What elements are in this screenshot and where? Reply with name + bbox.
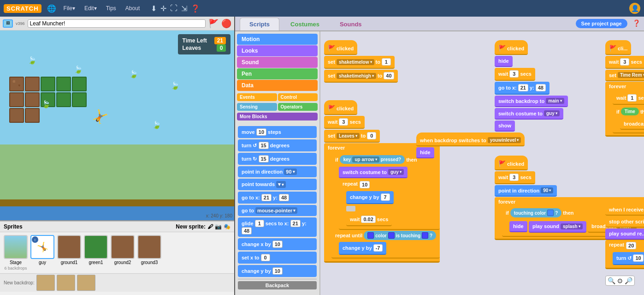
block-change-y-7[interactable]: change y by 7 <box>346 191 394 204</box>
tab-sounds[interactable]: Sounds <box>331 18 371 30</box>
block-change-y-neg7[interactable]: change y by -7 <box>339 242 386 255</box>
sprite-item-ground2[interactable]: ground2 <box>111 235 135 271</box>
green-flag-button[interactable]: 🚩 <box>208 18 219 29</box>
sprite-item-ground1[interactable]: ground1 <box>57 235 81 271</box>
block-when-receive[interactable]: when I receive ▾ <box>605 202 644 216</box>
block-move[interactable]: move 10 steps <box>238 126 317 138</box>
block-point-towards[interactable]: point towards ▾ <box>238 179 317 190</box>
cat-sensing[interactable]: Sensing <box>237 103 277 111</box>
globe-icon[interactable]: 🌐 <box>47 4 56 13</box>
block-wait-3[interactable]: wait 3 secs <box>324 116 365 129</box>
block-when-flag-2[interactable]: 🚩 clicked <box>324 100 357 115</box>
block-wait-0-02[interactable]: wait 0.02 secs <box>346 213 392 226</box>
block-goto-xy[interactable]: go to x: 21 y: 48 <box>238 192 317 204</box>
download-icon[interactable]: ⬇ <box>151 4 157 13</box>
sprite-thumb-stage[interactable] <box>4 235 28 259</box>
block-switch-costume-guy-init[interactable]: switch costume to guy <box>495 108 563 120</box>
menu-file[interactable]: File▾ <box>62 4 77 12</box>
block-goto-xy-init[interactable]: go to x: 21 y: 48 <box>495 82 549 95</box>
block-set-x[interactable]: set x to 0 <box>238 252 317 264</box>
paint-icon[interactable]: 🖌 <box>207 223 213 230</box>
block-turn-left[interactable]: turn ↺ 15 degrees <box>238 139 317 151</box>
backpack-label[interactable]: Backpack <box>238 281 317 289</box>
menu-edit[interactable]: Edit▾ <box>83 4 99 12</box>
block-wait-1[interactable]: wait 1 secs <box>613 92 644 105</box>
sprite-thumb-green1[interactable] <box>84 235 108 259</box>
backdrop-thumb-1[interactable] <box>36 275 55 291</box>
block-repeat-20[interactable]: repeat 20 turn ↺ 10 <box>605 240 644 269</box>
block-wait-3-touch[interactable]: wait 3 secs <box>495 171 535 184</box>
fullscreen-icon[interactable]: ⛶ <box>170 4 177 13</box>
cat-sound[interactable]: Sound <box>237 57 318 68</box>
cat-data[interactable]: Data <box>237 80 318 91</box>
menu-tips[interactable]: Tips <box>104 4 118 12</box>
sprite-thumb-ground3[interactable] <box>137 235 161 259</box>
crosshair-icon[interactable]: ✛ <box>160 4 166 13</box>
block-set-time-rem[interactable]: set Time Rem <box>605 70 644 81</box>
block-glide[interactable]: glide 1 secs to x: 21 y: 48 <box>238 217 317 237</box>
backdrop-thumb-3[interactable] <box>77 275 95 291</box>
block-switch-costume-guy[interactable]: switch costume to guy <box>339 167 408 178</box>
block-when-flag-5[interactable]: 🚩 cli... <box>605 40 631 55</box>
cat-pen[interactable]: Pen <box>237 68 318 79</box>
sprite-thumb-guy[interactable]: 🤸 i <box>30 235 54 259</box>
block-forever-timer[interactable]: forever wait 1 secs change Time if Time … <box>605 82 644 137</box>
menu-about[interactable]: About <box>124 4 142 12</box>
backdrop-thumb-2[interactable] <box>57 275 75 291</box>
block-point-dir-90[interactable]: point in direction 90 <box>495 185 557 197</box>
block-if-key[interactable]: if key up arrow pressed? then switch cos… <box>331 153 440 259</box>
block-play-splash[interactable]: play sound splash <box>529 221 586 233</box>
block-hide-init[interactable]: hide <box>495 56 513 67</box>
help-icon[interactable]: ❓ <box>191 4 200 13</box>
resize-icon[interactable]: ⇲ <box>181 4 187 13</box>
sprite-thumb-ground1[interactable] <box>57 235 81 259</box>
folder-icon[interactable]: 🎭 <box>224 223 230 230</box>
zoom-out-icon[interactable]: 🔎 <box>625 277 632 284</box>
zoom-reset-icon[interactable]: ⊙ <box>617 277 623 284</box>
sprite-item-green1[interactable]: green1 <box>84 235 108 271</box>
account-area[interactable]: 👤 <box>629 3 640 14</box>
block-point-direction[interactable]: point in direction 90 <box>238 166 317 177</box>
sprite-thumb-ground2[interactable] <box>111 235 135 259</box>
block-when-flag-1[interactable]: 🚩 clicked <box>324 40 357 55</box>
block-when-backdrop[interactable]: when backdrop switches to youwinlevel <box>416 132 525 146</box>
cat-control[interactable]: Control <box>278 93 318 101</box>
sprite-item-stage[interactable]: Stage 6 backdrops <box>4 235 28 271</box>
cat-operators[interactable]: Operators <box>278 103 318 111</box>
help-question-icon[interactable]: ❓ <box>632 19 640 27</box>
cat-more-blocks[interactable]: More Blocks <box>237 113 318 120</box>
scripts-area[interactable]: 🚩 clicked set shaketimelow to 1 set shak… <box>320 31 644 295</box>
camera-icon[interactable]: 📷 <box>215 223 222 230</box>
block-turn-right[interactable]: turn ↻ 15 degrees <box>238 153 317 165</box>
block-when-flag-4[interactable]: 🚩 clicked <box>495 156 528 170</box>
sprite-item-ground3[interactable]: ground3 <box>137 235 161 271</box>
sprite-item-guy[interactable]: 🤸 i guy <box>30 235 54 271</box>
block-wait-3-init[interactable]: wait 3 secs <box>495 68 535 81</box>
cat-motion[interactable]: Motion <box>237 34 318 45</box>
block-change-x[interactable]: change x by 10 <box>238 238 317 250</box>
block-set-shaketimehigh[interactable]: set shaketimehigh to 40 <box>324 70 398 83</box>
block-forever-leaves[interactable]: forever if key up arrow pressed? then <box>324 143 440 263</box>
project-name-input[interactable] <box>28 19 206 28</box>
tab-costumes[interactable]: Costumes <box>281 18 329 30</box>
block-hide-youwin[interactable]: hide <box>416 147 434 158</box>
zoom-in-icon[interactable]: 🔍 <box>608 277 615 284</box>
block-set-leaves[interactable]: set Leaves to 0 <box>324 130 380 143</box>
see-project-page-button[interactable]: See project page <box>576 19 627 28</box>
block-set-shaketimelow[interactable]: set shaketimelow to 1 <box>324 56 395 69</box>
tab-scripts[interactable]: Scripts <box>240 18 279 30</box>
block-show-init[interactable]: show <box>495 120 515 132</box>
block-switch-backdrop-main[interactable]: switch backdrop to main <box>495 96 568 107</box>
block-if-time[interactable]: if Time then broadcast hide switch ba...… <box>613 106 644 133</box>
block-change-y[interactable]: change y by 10 <box>238 265 317 277</box>
block-play-sound-re[interactable]: play sound re... <box>605 229 644 240</box>
block-repeat-10[interactable]: repeat 10 change y by 7 wait 0.02 secs <box>339 179 440 230</box>
cat-looks[interactable]: Looks <box>237 45 318 56</box>
cat-events[interactable]: Events <box>237 93 277 101</box>
block-stop-other[interactable]: stop other scri... <box>605 217 644 228</box>
block-broadcast-time[interactable]: broadcast <box>620 119 644 130</box>
block-turn-10[interactable]: turn ↺ 10 <box>613 252 644 265</box>
block-hide-touch[interactable]: hide <box>509 221 527 232</box>
account-icon[interactable]: 👤 <box>629 3 640 14</box>
stop-button[interactable]: 🔴 <box>221 18 231 29</box>
